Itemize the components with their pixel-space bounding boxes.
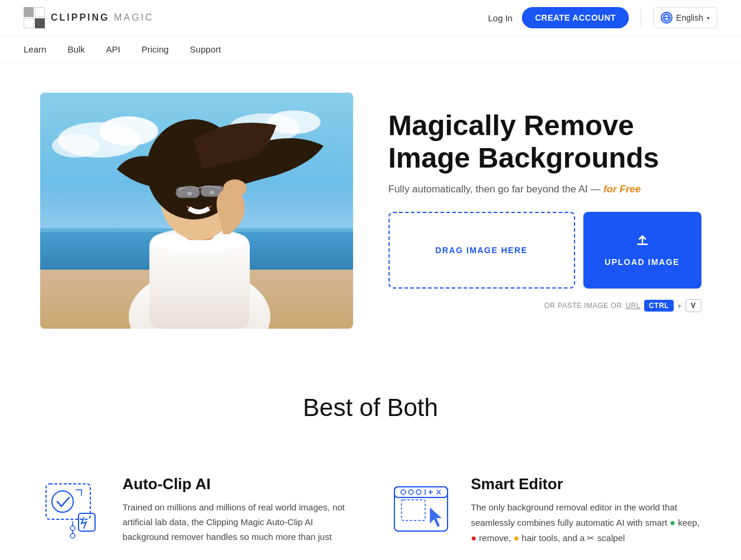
header: CLIPPING MAGIC Log In CREATE ACCOUNT Eng… <box>0 0 741 36</box>
plus-sign: + <box>677 302 682 310</box>
header-right: Log In CREATE ACCOUNT English ▾ <box>488 7 717 28</box>
for-free-text: for Free <box>603 184 641 195</box>
nav-item-pricing[interactable]: Pricing <box>142 44 169 54</box>
editor-text: Smart Editor The only background removal… <box>471 475 701 546</box>
login-link[interactable]: Log In <box>488 13 513 23</box>
svg-point-34 <box>401 490 406 494</box>
hero-image <box>40 93 353 329</box>
features-section: Auto-Clip AI Trained on millions and mil… <box>17 475 725 560</box>
autoclip-text: Auto-Clip AI Trained on millions and mil… <box>123 475 353 544</box>
autoclip-title: Auto-Clip AI <box>123 475 353 493</box>
logo-text: CLIPPING MAGIC <box>51 12 154 23</box>
upload-button-label: UPLOAD IMAGE <box>605 257 680 267</box>
drag-drop-zone[interactable]: DRAG IMAGE HERE <box>389 212 575 289</box>
logo-area: CLIPPING MAGIC <box>24 7 154 28</box>
nav-item-api[interactable]: API <box>106 44 120 54</box>
create-account-button[interactable]: CREATE ACCOUNT <box>522 7 629 28</box>
logo-cell-3 <box>24 18 34 28</box>
editor-title: Smart Editor <box>471 475 701 493</box>
svg-rect-22 <box>176 187 200 198</box>
header-divider <box>641 9 641 27</box>
yellow-hair-dot: ● <box>514 533 520 543</box>
best-of-both-section: Best of Both <box>0 358 741 475</box>
chevron-down-icon: ▾ <box>707 15 710 21</box>
logo-cell-1 <box>24 7 34 17</box>
red-remove-dot: ● <box>471 533 477 543</box>
svg-point-31 <box>70 533 75 538</box>
ctrl-key: CTRL <box>644 300 674 312</box>
feature-autoclip: Auto-Clip AI Trained on millions and mil… <box>40 475 353 546</box>
autoclip-icon <box>40 475 111 546</box>
hero-title: Magically Remove Image Backgrounds <box>389 109 701 174</box>
drag-zone-label: DRAG IMAGE HERE <box>435 245 527 255</box>
language-selector[interactable]: English ▾ <box>653 7 717 28</box>
logo-cell-4 <box>35 18 45 28</box>
svg-point-6 <box>52 134 99 158</box>
svg-point-36 <box>416 490 421 494</box>
svg-rect-38 <box>401 500 425 520</box>
language-label: English <box>676 13 703 22</box>
hero-subtitle: Fully automatically, then go far beyond … <box>389 184 701 195</box>
paste-hint-area: OR PASTE IMAGE OR URL CTRL + V <box>389 299 701 312</box>
upload-area: DRAG IMAGE HERE UPLOAD IMAGE <box>389 212 701 289</box>
editor-icon <box>389 475 459 546</box>
best-section-title: Best of Both <box>24 394 717 422</box>
nav-item-support[interactable]: Support <box>190 44 221 54</box>
nav-item-bulk[interactable]: Bulk <box>67 44 84 54</box>
logo-cell-2 <box>35 7 45 17</box>
svg-point-26 <box>52 491 73 512</box>
svg-point-35 <box>409 490 413 494</box>
hero-image-svg <box>40 93 353 329</box>
editor-desc: The only background removal editor in th… <box>471 500 701 546</box>
upload-icon <box>635 234 649 251</box>
v-key: V <box>685 299 701 312</box>
svg-point-28 <box>70 526 75 530</box>
hero-content: Magically Remove Image Backgrounds Fully… <box>389 109 701 312</box>
nav-item-learn[interactable]: Learn <box>24 44 46 54</box>
navigation: Learn Bulk API Pricing Support <box>0 36 741 63</box>
autoclip-desc: Trained on millions and millions of real… <box>123 500 353 544</box>
globe-icon <box>661 12 673 24</box>
svg-point-5 <box>99 116 158 146</box>
feature-editor: Smart Editor The only background removal… <box>389 475 701 546</box>
url-link[interactable]: URL <box>625 302 641 310</box>
svg-point-24 <box>223 179 247 197</box>
hero-section: Magically Remove Image Backgrounds Fully… <box>17 63 725 358</box>
logo-icon <box>24 7 45 28</box>
upload-image-button[interactable]: UPLOAD IMAGE <box>583 212 701 289</box>
green-keep-dot: ● <box>670 518 675 528</box>
scalpel-icon-text: ✂ <box>587 533 595 543</box>
svg-point-8 <box>267 110 321 134</box>
